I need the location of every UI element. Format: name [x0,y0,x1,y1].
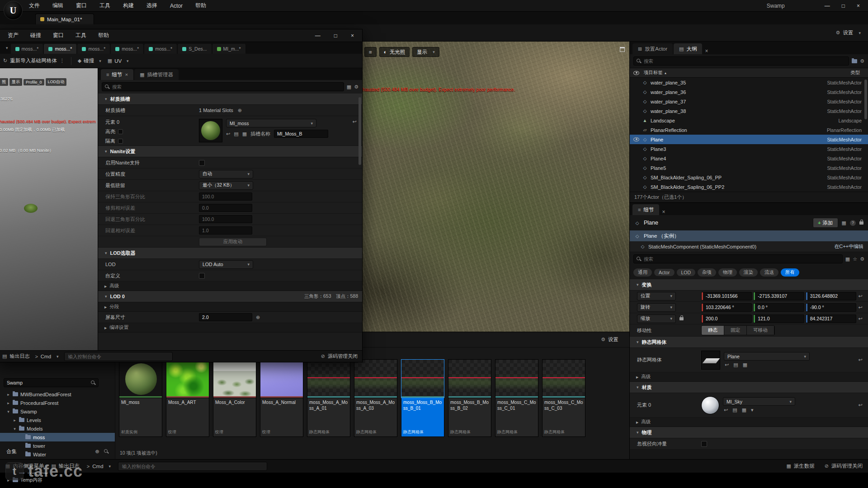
asset-tile[interactable]: moss_Moss_B_Moss_B_01 静态网格体 [401,359,446,437]
filter-chip[interactable]: Actor [654,269,675,276]
fallback-triangle-field[interactable]: 100.0 [199,215,252,223]
close-icon[interactable]: × [125,72,128,77]
search-icon[interactable] [104,449,108,454]
menu-item[interactable]: 构建 [123,2,134,9]
menu-item[interactable]: 帮助 [195,2,206,9]
browse-icon[interactable]: ▤ [234,131,238,137]
outliner-row[interactable]: SM_BlackAlder_Sapling_06_PP2 StaticMeshA… [630,182,868,192]
min-residency-combo[interactable]: 最小（32 KB） ▾ [199,181,253,190]
derived-data-button[interactable]: ▦ 派生数据 [786,463,814,469]
source-control-button[interactable]: ⊘ 源码管理关闭 [825,463,863,469]
position-dropdown[interactable]: 位置 ▾ [637,292,676,300]
asset-tab[interactable]: MI_m...* [212,44,245,54]
position-precision-combo[interactable]: 自动 ▾ [199,170,253,178]
category-material-slots[interactable]: ▾ 材质插槽 [98,94,362,105]
help-icon[interactable]: ? [850,220,856,226]
advanced-expander[interactable]: ▸ 高级 [630,372,868,382]
rotation-z-field[interactable]: -90.0 ° [806,303,856,312]
visibility-eye-icon[interactable] [633,137,639,142]
asset-tile[interactable]: moss_Moss_B_Moss_B_02 静态网格体 [448,359,493,437]
preview-lit-button[interactable]: 照 [0,78,8,86]
tree-search-input[interactable] [7,380,88,385]
add-circle-icon[interactable]: ⊕ [256,314,260,320]
asset-tile[interactable]: moss_Moss_C_Moss_C_03 静态网格体 [542,359,587,437]
outliner-searchbox[interactable] [633,56,849,66]
add-slot-icon[interactable]: ⊕ [238,108,242,113]
build-settings-expander[interactable]: ▸ 编译设置 [98,323,362,333]
column-type[interactable]: 类型 [850,70,864,76]
console-input-box[interactable] [118,462,267,471]
rotation-dropdown[interactable]: 旋转 ▾ [637,303,676,312]
new-folder-icon[interactable] [852,59,857,63]
tab-place-actor[interactable]: ⊞ 放置Actor [632,43,673,54]
material-combo[interactable]: MI_Sky ▾ [723,397,795,406]
outliner-scrollbar[interactable] [864,80,867,119]
mobility-option[interactable]: 可移动 [747,326,774,335]
category-lod-picker[interactable]: ▾ LOD选取器 [98,248,362,259]
outliner-search-input[interactable] [644,58,846,64]
asset-tab[interactable]: moss...* [11,44,43,54]
console-input-box[interactable] [64,352,173,361]
folder-tree-item[interactable]: ▸ Levels [0,416,115,424]
filter-chip[interactable]: 所有 [781,268,799,277]
folder-tree-item[interactable]: ▸ ProceduralForest [0,399,115,407]
close-icon[interactable]: × [351,33,354,39]
uv-button[interactable]: ▦ UV ▾ [108,58,129,64]
rotation-y-field[interactable]: 0.0 ° [753,303,804,312]
collision-button[interactable]: ◆ 碰撞 ▾ [78,57,101,64]
component-row[interactable]: StaticMeshComponent (StaticMeshComponent… [630,241,868,252]
screen-size-field[interactable]: 2.0 [199,313,252,321]
chevron-down-icon[interactable]: ▾ [751,407,754,413]
advanced-expander[interactable]: ▸ 高级 [630,418,868,427]
scale-z-field[interactable]: 84.242317 [806,314,856,323]
static-mesh-thumbnail[interactable] [701,351,720,370]
position-z-field[interactable]: 3126.648802 [806,292,856,300]
menu-item[interactable]: 工具 [99,2,110,9]
grid-icon[interactable]: ▦ [845,256,850,262]
details-searchbox[interactable] [633,254,843,263]
category-lod0[interactable]: ▾ LOD 0 三角形：653 顶点：588 [98,291,362,302]
asset-tile[interactable]: Moss_A_ART 纹理 [166,359,211,437]
maximize-viewport-icon[interactable] [620,47,625,52]
filter-chip[interactable]: 流送 [760,268,778,277]
static-mesh-combo[interactable]: Plane ▾ [724,352,810,361]
mesh-preview-viewport[interactable]: 照 显示 Profile_0 LOD自动 36275 hausted (500.… [0,68,98,350]
reset-icon[interactable]: ↩ [856,402,864,408]
lod-combo[interactable]: LOD Auto ▾ [199,260,253,269]
menu-item[interactable]: 资产 [8,32,19,39]
maximize-icon[interactable]: □ [842,3,845,9]
outliner-settings-icon[interactable]: ⚙ [860,58,864,64]
menu-item[interactable]: 窗口 [53,32,64,39]
mobility-option[interactable]: 固定 [724,326,747,335]
picker-icon[interactable]: ▦ [242,131,247,137]
scale-dropdown[interactable]: 缩放 ▾ [637,314,676,323]
visibility-column-icon[interactable] [633,71,639,75]
filter-chip[interactable]: 杂项 [698,268,716,277]
nanite-enable-checkbox[interactable] [199,160,205,166]
editor-settings-button[interactable]: ⚙ 设置 ▾ [836,29,861,36]
asset-tile[interactable]: moss_Moss_C_Moss_C_01 静态网格体 [495,359,540,437]
position-x-field[interactable]: -31369.101566 [701,292,752,300]
asset-picker-icon[interactable]: ▦ [743,362,747,368]
menu-item[interactable]: 帮助 [98,32,109,39]
source-control-button[interactable]: ⊘ 源码管理关闭 [321,353,358,360]
asset-tab[interactable]: moss...* [44,44,76,54]
close-icon[interactable]: × [662,209,665,215]
scale-y-field[interactable]: 121.0 [753,314,804,323]
expander-arrow-icon[interactable]: ▸ [6,401,10,405]
content-browser-settings-button[interactable]: ⚙ 设置 [601,336,618,343]
asset-tile[interactable]: Moss_A_Color 纹理 [213,359,258,437]
scale-x-field[interactable]: 200.0 [701,314,752,323]
details-search-input[interactable] [644,256,840,262]
asset-tile[interactable]: MI_moss 材质实例 [119,359,164,437]
console-command-input[interactable] [68,354,169,359]
level-viewport[interactable]: ≡ ◐ 无光照 显示 ▾ hausted (500.484 MB over bu… [360,42,629,332]
folder-tree-item[interactable]: moss [0,433,115,441]
mesh-details-searchbox[interactable] [102,82,344,91]
reset-icon[interactable]: ↩ [856,357,864,363]
use-selected-icon[interactable]: ↩ [226,131,230,137]
asset-tab[interactable]: moss...* [77,44,110,54]
category-materials[interactable]: ▾ 材质 [630,382,868,393]
collections-row[interactable]: 合集 ⊕ [0,446,115,456]
asset-picker-icon[interactable]: ▦ [742,407,746,413]
